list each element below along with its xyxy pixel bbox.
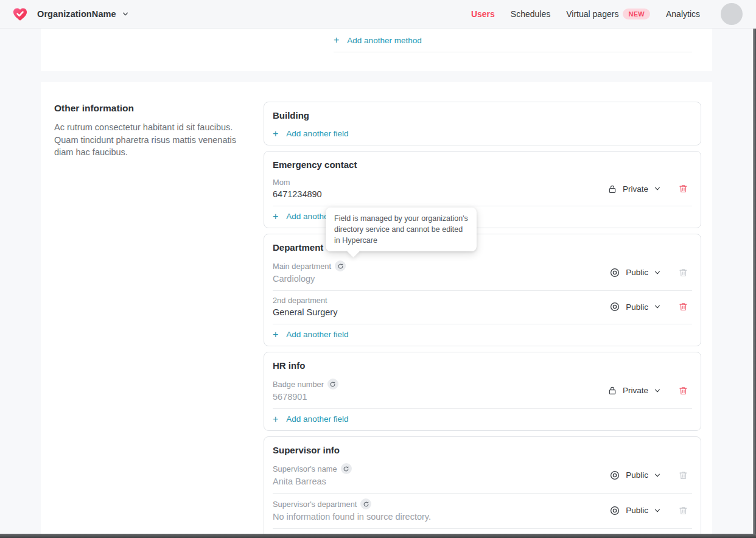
eye-icon [609,470,620,481]
sync-icon [360,498,371,509]
visibility-selector[interactable]: Private [607,385,661,396]
nav-label: Analytics [666,9,700,19]
field-value: 5678901 [273,391,338,402]
field-card-building: Building + Add another field [264,102,701,145]
sync-icon [341,463,352,474]
visibility-label: Public [626,470,648,480]
field-label: Supervisor's department [273,500,357,509]
tooltip-text: Field is managed by your organization's … [334,213,468,246]
add-field-label: Add another field [286,414,348,425]
visibility-label: Public [626,506,648,515]
lock-icon [607,385,617,396]
top-bar: OrganizationName Users Schedules Virtual… [0,0,756,29]
window-bottom-edge [0,534,756,538]
eye-icon [609,505,620,516]
chevron-down-icon [122,10,129,18]
field-cards-column: Building + Add another field Emergency c… [264,102,701,538]
lock-icon [607,184,617,194]
field-label: 2nd department [273,296,327,305]
delete-field-button [678,470,688,481]
nav-label: Users [471,9,495,19]
chevron-down-icon [654,387,661,394]
card-title: Emergency contact [273,159,692,170]
field-label: Supervisor's name [273,464,337,473]
divider [273,528,692,529]
trash-icon [678,505,688,516]
field-row-main-department: Main department Cardiology Public [273,260,692,284]
nav-item-virtual-pagers[interactable]: Virtual pagers NEW [566,9,650,19]
add-field-label: Add another field [286,128,348,139]
contact-methods-card: + Add another method [41,29,712,71]
add-another-field-button[interactable]: + Add another field [273,414,692,425]
org-switcher[interactable]: OrganizationName [12,5,129,23]
section-description: Ac rutrum consectetur habitant id sit fa… [54,121,249,159]
add-field-label: Add another field [286,329,348,340]
hypercare-heart-logo-icon [12,5,29,23]
field-row-supervisor-s-name: Supervisor's name Anita Barreas Public [273,463,692,487]
visibility-selector[interactable]: Public [609,505,661,516]
add-another-field-button[interactable]: + Add another field [273,128,692,139]
window-right-edge [753,29,756,538]
field-card-hr-info: HR info Badge number 5678901 Priva [264,352,701,431]
chevron-down-icon [654,472,661,479]
visibility-selector[interactable]: Public [609,470,661,481]
plus-icon: + [273,414,278,424]
eye-icon [609,267,620,278]
nav-item-analytics[interactable]: Analytics [666,9,700,19]
new-badge: NEW [623,9,650,19]
delete-field-button[interactable] [678,385,688,396]
visibility-label: Public [626,302,648,312]
divider [273,206,692,206]
plus-icon: + [273,330,278,340]
field-row-mom: Mom 6471234890 Private [273,178,692,200]
delete-field-button [678,505,688,516]
add-another-field-button[interactable]: + Add another field [273,329,692,340]
field-value: No information found in source directory… [273,511,431,522]
chevron-down-icon [654,303,661,310]
field-label: Mom [273,178,290,187]
add-method-label: Add another method [347,36,421,45]
trash-icon [678,267,688,278]
field-label: Main department [273,262,331,271]
visibility-selector[interactable]: Public [609,267,661,278]
divider [273,290,692,291]
sync-icon [327,379,338,390]
nav-item-users[interactable]: Users [471,9,495,19]
field-row-badge-number: Badge number 5678901 Private [273,379,692,402]
divider [334,52,692,52]
chevron-down-icon [654,185,661,192]
trash-icon [678,183,688,194]
divider [273,408,692,409]
card-title: HR info [273,360,692,371]
plus-icon: + [334,35,339,45]
section-intro: Other information Ac rutrum consectetur … [54,103,249,159]
visibility-selector[interactable]: Public [609,301,661,312]
delete-field-button[interactable] [678,183,688,194]
field-card-supervisor-info: Supervisor info Supervisor's name Anita … [264,436,701,538]
visibility-selector[interactable]: Private [607,184,661,194]
trash-icon [678,301,688,312]
nav-item-schedules[interactable]: Schedules [511,9,550,19]
card-title: Building [273,110,692,121]
trash-icon [678,385,688,396]
managed-field-tooltip: Field is managed by your organization's … [326,208,477,251]
chevron-down-icon [654,269,661,276]
org-name: OrganizationName [37,9,116,19]
add-another-method-button[interactable]: + Add another method [334,29,692,45]
eye-icon [609,301,620,312]
field-value: Anita Barreas [273,476,352,487]
avatar[interactable] [721,3,743,25]
plus-icon: + [273,129,278,139]
delete-field-button[interactable] [678,301,688,312]
divider [273,493,692,494]
chevron-down-icon [654,507,661,514]
divider [273,324,692,324]
field-label: Badge number [273,380,324,389]
sync-icon [335,260,346,271]
nav-label: Virtual pagers [566,9,618,19]
trash-icon [678,470,688,481]
other-information-card: Other information Ac rutrum consectetur … [41,82,712,538]
field-value: General Surgery [273,307,337,318]
visibility-label: Private [623,386,648,395]
field-value: Cardiology [273,273,346,284]
